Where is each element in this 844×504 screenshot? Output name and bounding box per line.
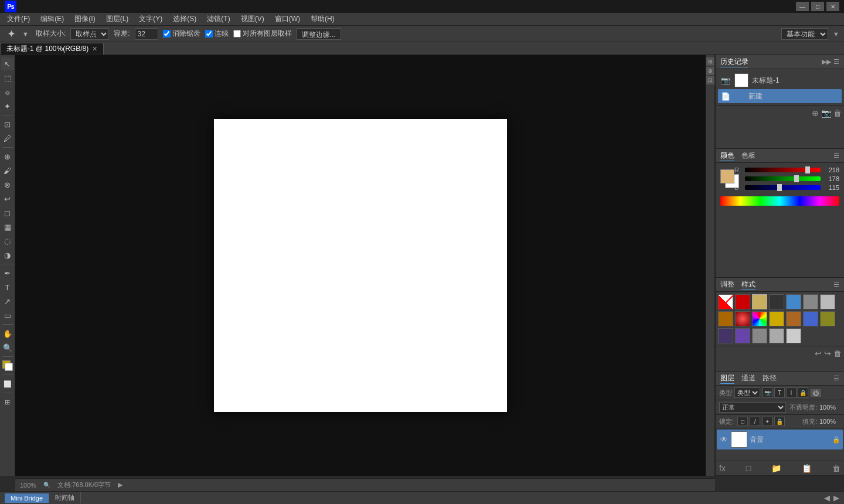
lock-move-btn[interactable]: + bbox=[762, 417, 772, 426]
history-tab[interactable]: 历史记录 bbox=[720, 57, 748, 67]
styles-menu-icon[interactable]: ☰ bbox=[833, 281, 839, 288]
background-color[interactable] bbox=[5, 363, 13, 371]
history-brush-tool[interactable]: ↩ bbox=[1, 192, 14, 205]
lock-paint-btn[interactable]: / bbox=[750, 417, 760, 426]
filter-type-btn[interactable]: T bbox=[774, 387, 785, 398]
screen-mode-btn[interactable]: ⊞ bbox=[1, 396, 14, 408]
filter-lock-btn[interactable]: 🔒 bbox=[798, 387, 808, 398]
add-fx-btn[interactable]: fx bbox=[719, 464, 726, 473]
styles-delete-btn[interactable]: 🗑 bbox=[833, 349, 842, 358]
strip-btn-2[interactable]: ⊕ bbox=[706, 67, 714, 75]
style-item-7[interactable] bbox=[718, 311, 733, 326]
swatches-tab[interactable]: 色板 bbox=[741, 151, 755, 161]
layer-row-background[interactable]: 👁 背景 🔒 bbox=[717, 430, 843, 449]
channel-b-slider[interactable] bbox=[745, 185, 821, 190]
lock-all-btn[interactable]: 🔒 bbox=[774, 417, 785, 426]
layer-visibility-icon[interactable]: 👁 bbox=[719, 435, 729, 444]
layers-tab[interactable]: 图层 bbox=[720, 373, 734, 384]
contiguous-checkbox[interactable] bbox=[205, 30, 213, 38]
style-item-5[interactable] bbox=[803, 294, 818, 309]
anti-alias-checkbox[interactable] bbox=[163, 30, 171, 38]
dodge-tool[interactable]: ◑ bbox=[1, 248, 14, 261]
hand-tool[interactable]: ✋ bbox=[1, 327, 14, 340]
style-item-4[interactable] bbox=[786, 294, 801, 309]
style-item-15[interactable] bbox=[735, 328, 750, 343]
blur-tool[interactable]: ◌ bbox=[1, 234, 14, 247]
lock-pixel-btn[interactable]: □ bbox=[737, 417, 748, 426]
new-layer-btn[interactable]: 📋 bbox=[802, 464, 812, 473]
menu-image[interactable]: 图像(I) bbox=[70, 13, 100, 25]
menu-view[interactable]: 视图(V) bbox=[236, 13, 269, 25]
crop-tool[interactable]: ⊡ bbox=[1, 118, 14, 131]
menu-file[interactable]: 文件(F) bbox=[2, 13, 35, 25]
marquee-tool[interactable]: ⬚ bbox=[1, 71, 14, 84]
status-arrow[interactable]: ▶ bbox=[118, 481, 122, 489]
move-tool[interactable]: ↖ bbox=[1, 57, 14, 70]
style-item-9[interactable] bbox=[752, 311, 767, 326]
styles-redo-btn[interactable]: ↪ bbox=[824, 349, 831, 358]
color-spectrum[interactable] bbox=[720, 196, 839, 206]
delete-layer-btn[interactable]: 🗑 bbox=[832, 464, 840, 473]
workspace-select[interactable]: 基本功能 bbox=[781, 28, 828, 40]
channels-tab[interactable]: 通道 bbox=[741, 373, 755, 383]
style-item-none[interactable] bbox=[718, 294, 733, 309]
timeline-tab[interactable]: 时间轴 bbox=[49, 492, 81, 503]
style-item-3[interactable] bbox=[769, 294, 784, 309]
strip-btn-1[interactable]: ⊞ bbox=[706, 57, 714, 66]
style-item-17[interactable] bbox=[769, 328, 784, 343]
canvas-document[interactable] bbox=[214, 119, 507, 412]
doc-tab-close[interactable]: ✕ bbox=[92, 45, 97, 53]
history-delete-btn[interactable]: 🗑 bbox=[833, 108, 842, 118]
clone-stamp-tool[interactable]: ⊗ bbox=[1, 178, 14, 191]
fg-swatch[interactable] bbox=[720, 169, 734, 183]
style-item-10[interactable] bbox=[769, 311, 784, 326]
filter-shape-btn[interactable]: I bbox=[786, 387, 797, 398]
paths-tab[interactable]: 路径 bbox=[763, 373, 777, 383]
style-item-18[interactable] bbox=[786, 328, 801, 343]
style-item-11[interactable] bbox=[786, 311, 801, 326]
lasso-tool[interactable]: ⌾ bbox=[1, 86, 14, 98]
layers-filter-select[interactable]: 类型 bbox=[734, 387, 760, 398]
adjust-edge-button[interactable]: 调整边缘... bbox=[297, 28, 341, 40]
strip-btn-3[interactable]: ⊡ bbox=[706, 76, 714, 84]
channel-r-slider[interactable] bbox=[745, 168, 821, 172]
style-item-16[interactable] bbox=[752, 328, 767, 343]
zoom-tool[interactable]: 🔍 bbox=[1, 341, 14, 354]
gradient-tool[interactable]: ▦ bbox=[1, 220, 14, 233]
title-bar-controls[interactable]: — □ ✕ bbox=[796, 2, 839, 11]
tolerance-input[interactable] bbox=[135, 28, 158, 40]
menu-filter[interactable]: 滤镜(T) bbox=[202, 13, 234, 25]
new-group-btn[interactable]: 📁 bbox=[771, 464, 781, 473]
menu-layer[interactable]: 图层(L) bbox=[101, 13, 134, 25]
menu-help[interactable]: 帮助(H) bbox=[306, 13, 339, 25]
history-doc-row[interactable]: 📷 未标题-1 bbox=[718, 71, 842, 89]
menu-window[interactable]: 窗口(W) bbox=[270, 13, 305, 25]
bottom-right-arrow[interactable]: ▶ bbox=[833, 493, 839, 502]
styles-tab[interactable]: 样式 bbox=[741, 280, 755, 290]
sample-all-checkbox[interactable] bbox=[233, 30, 241, 38]
document-tab[interactable]: 未标题-1 @ 100%(RGB/8) ✕ bbox=[0, 43, 104, 55]
style-item-2[interactable] bbox=[752, 294, 767, 309]
styles-undo-btn[interactable]: ↩ bbox=[815, 349, 822, 358]
menu-type[interactable]: 文字(Y) bbox=[134, 13, 167, 25]
history-menu-icon[interactable]: ☰ bbox=[833, 58, 839, 66]
eyedropper-tool[interactable]: 🖊 bbox=[1, 132, 14, 145]
history-expand-icon[interactable]: ▶▶ bbox=[822, 58, 831, 66]
layers-menu-icon[interactable]: ☰ bbox=[833, 374, 839, 382]
channel-g-slider[interactable] bbox=[745, 176, 821, 181]
style-item-14[interactable] bbox=[718, 328, 733, 343]
shape-tool[interactable]: ▭ bbox=[1, 309, 14, 322]
mini-bridge-tab[interactable]: Mini Bridge bbox=[5, 493, 49, 503]
path-selection-tool[interactable]: ↗ bbox=[1, 295, 14, 308]
history-new-row[interactable]: 📄 新建 bbox=[718, 89, 842, 103]
adjustments-tab[interactable]: 调整 bbox=[720, 280, 734, 290]
brush-tool[interactable]: 🖌 bbox=[1, 164, 14, 177]
filter-pixel-btn[interactable]: 📷 bbox=[763, 387, 773, 398]
magic-wand-tool[interactable]: ✦ bbox=[1, 100, 14, 113]
history-snapshot-btn[interactable]: ⊕ bbox=[812, 108, 819, 118]
eraser-tool[interactable]: ◻ bbox=[1, 206, 14, 219]
quick-mask-btn[interactable]: ⬜ bbox=[1, 377, 14, 390]
style-item-6[interactable] bbox=[820, 294, 835, 309]
add-mask-btn[interactable]: □ bbox=[746, 464, 751, 473]
color-menu-icon[interactable]: ☰ bbox=[833, 152, 839, 159]
